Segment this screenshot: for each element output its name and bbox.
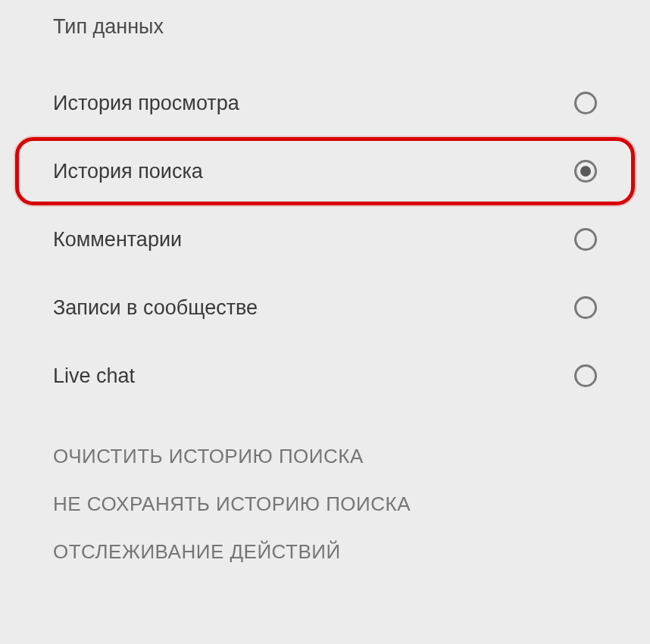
action-activity-tracking[interactable]: ОТСЛЕЖИВАНИЕ ДЕЙСТВИЙ — [53, 528, 650, 576]
action-clear-search-history[interactable]: ОЧИСТИТЬ ИСТОРИЮ ПОИСКА — [53, 433, 650, 480]
radio-option-live-chat[interactable]: Live chat — [15, 342, 635, 410]
settings-panel: Тип данных История просмотра История пои… — [0, 0, 650, 576]
radio-label: Live chat — [53, 364, 135, 388]
section-title: Тип данных — [0, 15, 650, 69]
radio-indicator-icon — [574, 160, 597, 183]
radio-indicator-icon — [574, 92, 597, 114]
radio-option-search-history[interactable]: История поиска — [15, 137, 635, 205]
radio-label: История поиска — [53, 160, 203, 183]
radio-option-watch-history[interactable]: История просмотра — [15, 69, 635, 137]
radio-label: Комментарии — [53, 228, 182, 252]
radio-indicator-icon — [574, 364, 597, 387]
radio-label: Записи в сообществе — [53, 296, 258, 320]
action-pause-search-history[interactable]: НЕ СОХРАНЯТЬ ИСТОРИЮ ПОИСКА — [53, 480, 650, 528]
radio-label: История просмотра — [53, 92, 239, 115]
data-type-radio-group: История просмотра История поиска Коммент… — [0, 69, 650, 410]
radio-indicator-icon — [574, 228, 597, 251]
radio-indicator-icon — [574, 296, 597, 319]
action-list: ОЧИСТИТЬ ИСТОРИЮ ПОИСКА НЕ СОХРАНЯТЬ ИСТ… — [0, 410, 650, 576]
radio-option-community-posts[interactable]: Записи в сообществе — [15, 274, 635, 342]
radio-option-comments[interactable]: Комментарии — [15, 205, 635, 274]
